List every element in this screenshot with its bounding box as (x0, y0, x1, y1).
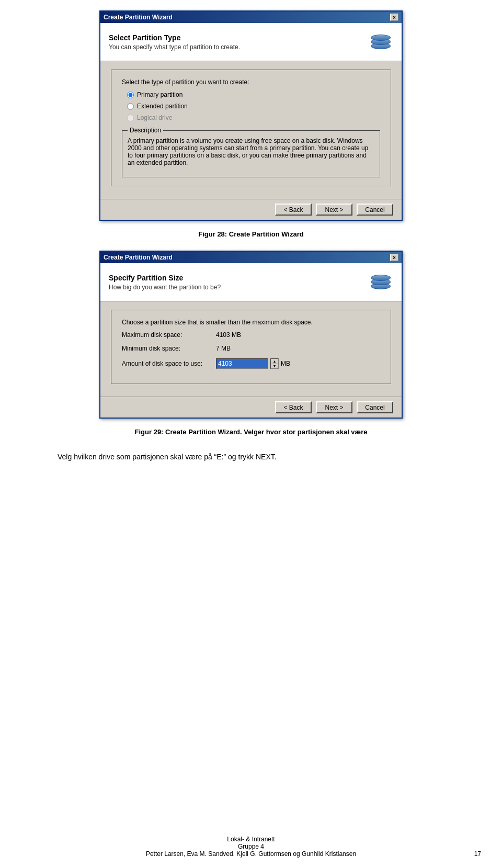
dialog2-value-max: 4103 MB (216, 331, 241, 339)
dialog2-close-btn[interactable]: × (390, 254, 398, 261)
dialog1-radio-group: Primary partition Extended partition Log… (127, 91, 380, 121)
dialog2-next-button[interactable]: Next > (316, 401, 352, 413)
dialog1-description-legend: Description (128, 127, 163, 134)
spinbox-up-btn[interactable]: ▲ (271, 359, 278, 364)
radio-extended-label: Extended partition (137, 103, 188, 110)
dialog2-spinbox-arrows: ▲ ▼ (270, 358, 279, 369)
dialog2-unit: MB (281, 360, 290, 367)
disk-layer-2-3 (371, 275, 391, 281)
dialog1-controls: × (390, 14, 398, 21)
radio-logical-label: Logical drive (137, 114, 172, 121)
footer-line1: Lokal- & Intranett (0, 836, 502, 843)
dialog1-radio-extended[interactable]: Extended partition (127, 103, 380, 110)
dialog1-header-subtitle: You can specify what type of partition t… (109, 43, 240, 51)
dialog1-description-fieldset: Description A primary partition is a vol… (122, 127, 380, 177)
dialog1-header-title: Select Partition Type (109, 33, 240, 42)
dialog2-value-min: 7 MB (216, 345, 231, 352)
dialog2-spinbox: ▲ ▼ MB (216, 358, 290, 369)
dialog2-titlebar: Create Partition Wizard × (100, 252, 402, 263)
disk-stack-icon-2 (369, 270, 392, 294)
dialog1-icon (368, 29, 393, 54)
dialog1-cancel-button[interactable]: Cancel (357, 204, 393, 216)
dialog1-next-button[interactable]: Next > (316, 204, 352, 216)
dialog2-inner-box: Choose a partition size that is smaller … (111, 310, 391, 384)
radio-logical-input (127, 115, 134, 121)
page-number: 17 (474, 850, 481, 858)
dialog1-back-button[interactable]: < Back (275, 204, 312, 216)
dialog2-icon (368, 269, 393, 295)
radio-primary-label: Primary partition (137, 91, 182, 98)
dialog2-header: Specify Partition Size How big do you wa… (100, 263, 402, 301)
dialog2-spinbox-input[interactable] (216, 358, 268, 369)
dialog1-titlebar: Create Partition Wizard × (100, 12, 402, 23)
dialog1-close-btn[interactable]: × (390, 14, 398, 21)
disk-layer-3 (371, 35, 391, 41)
dialog2-footer: < Back Next > Cancel (100, 397, 402, 418)
dialog2-header-title: Specify Partition Size (109, 274, 221, 282)
dialog1-title-label: Create Partition Wizard (104, 14, 173, 21)
disk-stack-icon (369, 30, 392, 53)
dialog1-inner-box: Select the type of partition you want to… (111, 70, 391, 186)
page-footer: Lokal- & Intranett Gruppe 4 Petter Larse… (0, 836, 502, 858)
dialog1-radio-logical[interactable]: Logical drive (127, 114, 380, 121)
dialog1-header: Select Partition Type You can specify wh… (100, 23, 402, 61)
figure-caption-2: Figur 29: Create Partition Wizard. Velge… (135, 428, 368, 436)
dialog1-body: Select the type of partition you want to… (100, 61, 402, 199)
dialog2-header-subtitle: How big do you want the partition to be? (109, 284, 221, 291)
dialog2-label-max: Maximum disk space: (122, 331, 216, 339)
dialog2-title-text: Create Partition Wizard (104, 254, 173, 261)
dialog2-header-text: Specify Partition Size How big do you wa… (109, 274, 221, 291)
dialog2-field-min: Minimum disk space: 7 MB (122, 345, 380, 352)
dialog2-field-max: Maximum disk space: 4103 MB (122, 331, 380, 339)
dialog2-back-button[interactable]: < Back (275, 401, 312, 413)
dialog1-header-text: Select Partition Type You can specify wh… (109, 33, 240, 51)
dialog1-prompt: Select the type of partition you want to… (122, 78, 380, 86)
dialog1-window: Create Partition Wizard × Select Partiti… (99, 10, 403, 221)
dialog2-label-amount: Amount of disk space to use: (122, 360, 216, 367)
footer-line3: Petter Larsen, Eva M. Sandved, Kjell G. … (0, 850, 502, 858)
dialog1-footer: < Back Next > Cancel (100, 199, 402, 220)
dialog2-body: Choose a partition size that is smaller … (100, 301, 402, 397)
dialog2-window: Create Partition Wizard × Specify Partit… (99, 251, 403, 419)
dialog1-title-text: Create Partition Wizard (104, 14, 173, 21)
radio-primary-input[interactable] (127, 92, 134, 98)
footer-line2: Gruppe 4 (0, 843, 502, 850)
dialog2-controls: × (390, 254, 398, 261)
dialog1-radio-primary[interactable]: Primary partition (127, 91, 380, 98)
dialog1-description-text: A primary partition is a volume you crea… (128, 137, 374, 166)
dialog2-title-label: Create Partition Wizard (104, 254, 173, 261)
dialog2-cancel-button[interactable]: Cancel (357, 401, 393, 413)
spinbox-down-btn[interactable]: ▼ (271, 364, 278, 369)
main-body-text: Velg hvilken drive som partisjonen skal … (58, 453, 444, 461)
dialog2-field-amount: Amount of disk space to use: ▲ ▼ MB (122, 358, 380, 369)
dialog2-label-min: Minimum disk space: (122, 345, 216, 352)
radio-extended-input[interactable] (127, 103, 134, 110)
figure-caption-1: Figur 28: Create Partition Wizard (198, 230, 303, 238)
dialog2-prompt: Choose a partition size that is smaller … (122, 319, 380, 326)
